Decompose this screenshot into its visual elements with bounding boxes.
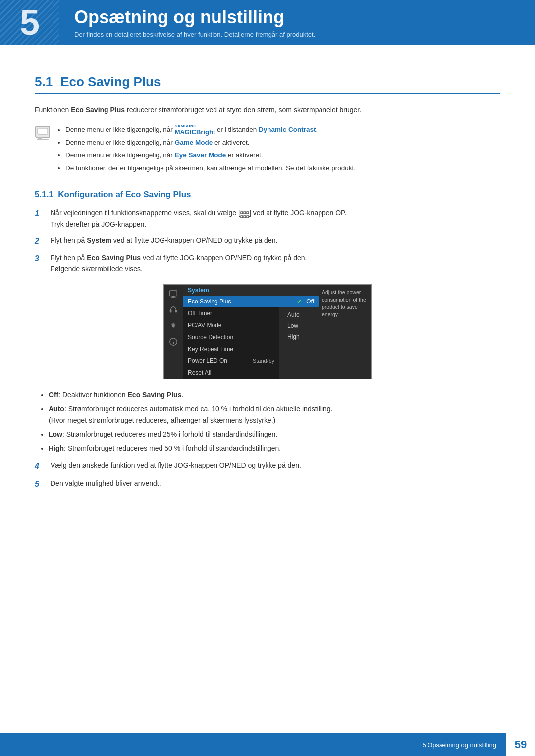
screenshot-off-timer-row: Off Timer bbox=[183, 307, 279, 319]
screenshot-reset-all-row: Reset All bbox=[183, 367, 279, 379]
step-1-number: 1 bbox=[35, 207, 45, 230]
screenshot-monitor-icon bbox=[168, 289, 179, 300]
intro-text-rest: reducerer strømforbruget ved at styre de… bbox=[125, 106, 361, 114]
chapter-number: 5 bbox=[20, 2, 40, 43]
screenshot-headphone-icon bbox=[168, 304, 179, 315]
page-container: 5 Opsætning og nulstilling Der findes en… bbox=[0, 0, 535, 756]
footer-page-number: 59 bbox=[506, 733, 535, 756]
content-area: 5.1 Eco Saving Plus Funktionen Eco Savin… bbox=[0, 45, 535, 537]
option-low: Low: Strømforbruget reduceres med 25% i … bbox=[49, 429, 500, 440]
step-2-number: 2 bbox=[35, 235, 45, 248]
chapter-title: Opsætning og nulstilling bbox=[74, 7, 520, 28]
screenshot-gear-icon bbox=[168, 320, 179, 331]
chapter-number-box: 5 bbox=[0, 0, 59, 45]
screenshot-right-note: Adjust the power consumption of the prod… bbox=[319, 285, 371, 379]
svg-rect-7 bbox=[241, 216, 243, 218]
svg-rect-13 bbox=[170, 310, 172, 312]
svg-rect-3 bbox=[38, 128, 48, 134]
note-icon bbox=[35, 125, 51, 141]
screenshot-option-high: High bbox=[279, 331, 319, 342]
svg-rect-9 bbox=[247, 216, 249, 218]
step-3-number: 3 bbox=[35, 252, 45, 275]
step-5-content: Den valgte mulighed bliver anvendt. bbox=[51, 478, 500, 491]
step-5-number: 5 bbox=[35, 478, 45, 491]
section-5-1-number: 5.1 bbox=[35, 74, 53, 90]
screenshot-main: System Eco Saving Plus ✔ Off Off Timer P… bbox=[183, 285, 319, 379]
section-5-1-heading: 5.1 Eco Saving Plus bbox=[35, 74, 500, 94]
note-item-3: Denne menu er ikke tilgængelig, når Eye … bbox=[65, 150, 356, 161]
svg-rect-11 bbox=[172, 296, 174, 297]
subsection-5-1-1-number: 5.1.1 bbox=[35, 190, 58, 199]
steps-list-4-5: 4 Vælg den ønskede funktion ved at flytt… bbox=[35, 460, 500, 490]
options-list: Off: Deaktiver funktionen Eco Saving Plu… bbox=[35, 389, 500, 454]
svg-rect-14 bbox=[175, 310, 177, 312]
intro-text-bold: Eco Saving Plus bbox=[71, 106, 125, 114]
screenshot-key-repeat-row: Key Repeat Time bbox=[183, 343, 279, 355]
step-4-number: 4 bbox=[35, 460, 45, 473]
screenshot-left-icons: i bbox=[164, 285, 183, 379]
note-list: Denne menu er ikke tilgængelig, når SAMS… bbox=[56, 124, 356, 176]
screenshot-system-header: System bbox=[183, 285, 319, 296]
screenshot-power-led-row: Power LED On Stand-by bbox=[183, 355, 279, 367]
steps-list-1-3: 1 Når vejledningen til funktionsknappern… bbox=[35, 207, 500, 274]
svg-rect-10 bbox=[170, 291, 177, 296]
screenshot-menu-and-options: Off Timer PC/AV Mode Source Detection Ke… bbox=[183, 307, 319, 379]
screenshot-option-low: Low bbox=[279, 320, 319, 331]
option-auto: Auto: Strømforbruget reduceres automatis… bbox=[49, 403, 500, 426]
step-5: 5 Den valgte mulighed bliver anvendt. bbox=[35, 478, 500, 491]
magic-bright-logo: SAMSUNGMAGICBright bbox=[175, 124, 215, 136]
note-item-2: Denne menu er ikke tilgængelig, når Game… bbox=[65, 137, 356, 149]
step-1: 1 Når vejledningen til funktionsknappern… bbox=[35, 207, 500, 230]
note-item-1: Denne menu er ikke tilgængelig, når SAMS… bbox=[65, 124, 356, 136]
screenshot-options-panel: Auto Low High bbox=[279, 307, 319, 379]
screenshot-pcav-mode-row: PC/AV Mode bbox=[183, 319, 279, 331]
subsection-5-1-1-title: Konfiguration af Eco Saving Plus bbox=[58, 190, 191, 199]
step-1-content: Når vejledningen til funktionsknapperne … bbox=[51, 207, 500, 230]
svg-rect-12 bbox=[171, 297, 176, 298]
step-2: 2 Flyt hen på System ved at flytte JOG-k… bbox=[35, 235, 500, 248]
screenshot-info-icon: i bbox=[168, 336, 179, 347]
screenshot-menu-list: Off Timer PC/AV Mode Source Detection Ke… bbox=[183, 307, 279, 379]
svg-rect-2 bbox=[37, 139, 49, 140]
option-high: High: Strømforbruget reduceres med 50 % … bbox=[49, 443, 500, 454]
step-3: 3 Flyt hen på Eco Saving Plus ved at fly… bbox=[35, 252, 500, 275]
note-box: Denne menu er ikke tilgængelig, når SAMS… bbox=[35, 124, 500, 176]
chapter-subtitle: Der findes en detaljeret beskrivelse af … bbox=[74, 31, 520, 38]
screenshot-eco-saving-plus-row: Eco Saving Plus ✔ Off bbox=[183, 296, 319, 307]
step-2-content: Flyt hen på System ved at flytte JOG-kna… bbox=[51, 235, 500, 248]
chapter-title-area: Opsætning og nulstilling Der findes en d… bbox=[59, 0, 535, 45]
svg-text:i: i bbox=[173, 340, 174, 345]
screenshot-source-detection-row: Source Detection bbox=[183, 331, 279, 343]
step-4: 4 Vælg den ønskede funktion ved at flytt… bbox=[35, 460, 500, 473]
step-4-content: Vælg den ønskede funktion ved at flytte … bbox=[51, 460, 500, 473]
footer-text: 5 Opsætning og nulstilling bbox=[422, 741, 506, 749]
page-footer: 5 Opsætning og nulstilling 59 bbox=[0, 733, 535, 756]
screenshot-option-auto: Auto bbox=[279, 309, 319, 320]
section-5-1-title: Eco Saving Plus bbox=[60, 74, 160, 90]
svg-rect-1 bbox=[38, 137, 42, 139]
note-item-4: De funktioner, der er tilgængelige på sk… bbox=[65, 163, 356, 174]
grid-icon bbox=[240, 210, 249, 217]
option-off: Off: Deaktiver funktionen Eco Saving Plu… bbox=[49, 389, 500, 401]
svg-rect-4 bbox=[241, 212, 243, 214]
screenshot-container: i System Eco Saving Plus ✔ Off Off Timer bbox=[35, 284, 500, 379]
section-5-1-intro: Funktionen Eco Saving Plus reducerer str… bbox=[35, 104, 500, 115]
step-3-content: Flyt hen på Eco Saving Plus ved at flytt… bbox=[51, 252, 500, 275]
svg-rect-6 bbox=[247, 212, 249, 214]
svg-rect-8 bbox=[244, 216, 246, 218]
intro-text-pre: Funktionen bbox=[35, 106, 71, 114]
chapter-header: 5 Opsætning og nulstilling Der findes en… bbox=[0, 0, 535, 45]
svg-rect-5 bbox=[244, 212, 246, 214]
subsection-5-1-1-heading: 5.1.1 Konfiguration af Eco Saving Plus bbox=[35, 190, 500, 200]
screenshot-box: i System Eco Saving Plus ✔ Off Off Timer bbox=[163, 284, 372, 379]
